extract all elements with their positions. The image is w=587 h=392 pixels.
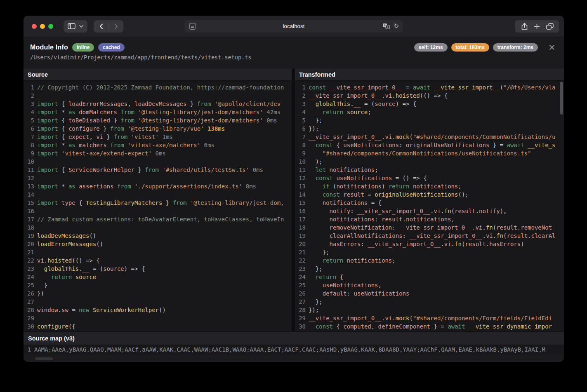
page-title: Module Info — [30, 44, 68, 51]
code-line: 17 notifications: result.notifications, — [295, 215, 564, 223]
line-number: 1 — [24, 83, 37, 92]
code-text: }); — [309, 124, 564, 133]
code-line: 18 — [24, 223, 292, 232]
share-button[interactable] — [521, 23, 528, 31]
code-line: 15import type { TestingLibraryMatchers }… — [24, 199, 292, 207]
traffic-lights — [32, 24, 53, 29]
code-text: import { toBeDisabled } from '@testing-l… — [37, 116, 292, 124]
back-button[interactable] — [94, 20, 108, 33]
zoom-window-button[interactable] — [48, 24, 53, 29]
code-text: vi.hoisted(() => { — [37, 256, 292, 265]
code-text: import { ServiceWorkerHelper } from '#sh… — [37, 166, 292, 174]
reload-button[interactable]: ↻ — [394, 23, 399, 29]
vertical-scrollbar-thumb[interactable] — [560, 82, 563, 115]
line-number: 23 — [24, 265, 37, 273]
code-line: 13 if (notifications) return notificatio… — [295, 182, 564, 190]
code-text: __vite_ssr_import_0__.vi.mock("#shared/c… — [309, 314, 564, 322]
code-line: 13import * as assertions from './support… — [24, 182, 292, 190]
line-number: 27 — [24, 298, 37, 306]
code-line: 16 notify: __vite_ssr_import_0__.vi.fn(r… — [295, 207, 564, 215]
line-number: 24 — [295, 273, 309, 281]
code-line: 21 — [24, 248, 292, 256]
back-icon — [99, 23, 103, 29]
line-number: 25 — [295, 281, 309, 289]
code-line: 30 const { computed, defineComponent } =… — [295, 322, 564, 331]
transform-time-badge: transform: 2ms — [493, 43, 538, 52]
line-number: 17 — [24, 215, 37, 223]
code-text: notify: __vite_ssr_import_0__.vi.fn(resu… — [309, 207, 564, 215]
code-text: }; — [309, 116, 564, 124]
code-line: 6import { configure } from '@testing-lib… — [24, 124, 292, 133]
line-number: 28 — [295, 306, 309, 314]
code-line: 3 globalThis.__ = (source) => { — [295, 100, 564, 108]
line-number: 1 — [295, 83, 309, 92]
translate-icon[interactable]: A a — [382, 23, 390, 29]
transformed-code-editor[interactable]: 1const __vite_ssr_import_0__ = await __v… — [295, 81, 564, 331]
cached-badge: cached — [98, 43, 124, 52]
line-number: 28 — [24, 306, 37, 314]
new-tab-button[interactable] — [534, 23, 540, 30]
line-number: 18 — [295, 223, 309, 232]
source-code-editor[interactable]: 1// Copyright (C) 2012-2025 Zammad Found… — [24, 81, 292, 331]
line-number: 20 — [24, 240, 37, 248]
code-text: const { computed, defineComponent } = aw… — [309, 322, 564, 331]
horizontal-scrollbar-thumb[interactable] — [35, 357, 53, 360]
close-icon — [549, 45, 555, 50]
code-text — [37, 92, 292, 100]
code-text: return { — [309, 273, 564, 281]
code-line: 7import { expect, vi } from 'vitest' 1ms — [24, 133, 292, 141]
code-line: 8import * as matchers from 'vitest-axe/m… — [24, 141, 292, 149]
forward-button[interactable] — [109, 20, 123, 33]
code-text: import * as domMatchers from '@testing-l… — [37, 108, 292, 116]
line-number: 29 — [24, 314, 37, 322]
code-text: import { expect, vi } from 'vitest' 1ms — [37, 133, 292, 141]
address-bar[interactable]: localhost A a ↻ — [184, 20, 403, 33]
tab-overview-button[interactable] — [546, 23, 554, 30]
code-line: 7__vite_ssr_import_0__.vi.mock("#shared/… — [295, 133, 564, 141]
code-text: } — [37, 281, 292, 289]
sourcemap-line-number: 1 — [24, 346, 34, 353]
code-text: "#shared/components/CommonNotifications/… — [309, 149, 564, 157]
line-number: 17 — [295, 215, 309, 223]
line-number: 3 — [24, 100, 37, 108]
code-line: 4import * as domMatchers from '@testing-… — [24, 108, 292, 116]
transformed-panel-title: Transformed — [295, 68, 564, 81]
line-number: 2 — [24, 92, 37, 100]
code-line: 4 return source; — [295, 108, 564, 116]
line-number: 26 — [24, 289, 37, 298]
url-text: localhost — [184, 23, 403, 29]
sourcemap-scroll-track — [24, 354, 564, 361]
total-time-badge: total: 193ms — [451, 43, 489, 52]
code-line: 8 const { useNotifications: originalUseN… — [295, 141, 564, 149]
code-text: notifications: result.notifications, — [309, 215, 564, 223]
close-window-button[interactable] — [32, 24, 37, 29]
plus-icon — [534, 23, 540, 30]
line-number: 21 — [295, 248, 309, 256]
source-panel: Source 1// Copyright (C) 2012-2025 Zamma… — [24, 68, 292, 331]
close-module-info-button[interactable] — [549, 45, 555, 50]
code-line: 23 }; — [295, 265, 564, 273]
module-info-header: Module Info inline cached self: 12ms tot… — [24, 37, 564, 68]
code-text: globalThis.__ = (source) => { — [37, 265, 292, 273]
code-text: const result = originalUseNotifications(… — [309, 190, 564, 199]
minimize-window-button[interactable] — [40, 24, 45, 29]
code-line: 14 — [24, 190, 292, 199]
code-text — [37, 190, 292, 199]
line-number: 23 — [295, 265, 309, 273]
code-line: 29 — [24, 314, 292, 322]
code-text: const __vite_ssr_import_0__ = await __vi… — [309, 83, 564, 92]
code-text — [37, 223, 292, 232]
code-text: const useNotifications = () => { — [309, 174, 564, 182]
code-text: ); — [309, 157, 564, 166]
line-number: 20 — [295, 240, 309, 248]
code-text: import * as matchers from 'vitest-axe/ma… — [37, 141, 292, 149]
browser-window: localhost A a ↻ — [24, 16, 564, 362]
address-bar-actions: A a ↻ — [382, 20, 399, 33]
transformed-panel: Transformed 1const __vite_ssr_import_0__… — [295, 68, 564, 331]
code-line: 17// Zammad custom assertions: toBeAvata… — [24, 215, 292, 223]
code-line: 27 — [24, 298, 292, 306]
code-line: 1// Copyright (C) 2012-2025 Zammad Found… — [24, 83, 292, 92]
sidebar-toggle-button[interactable] — [64, 20, 87, 33]
code-line: 25 } — [24, 281, 292, 289]
sidebar-icon — [68, 23, 75, 29]
